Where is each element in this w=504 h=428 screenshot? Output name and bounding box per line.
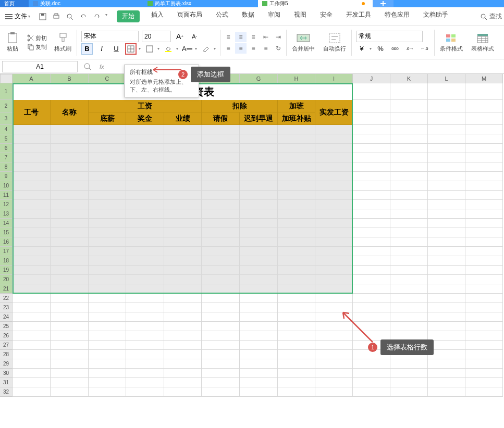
cell[interactable] (89, 284, 126, 294)
cell[interactable] (164, 312, 202, 322)
row-header-29[interactable]: 29 (0, 359, 13, 369)
cell[interactable] (278, 266, 315, 275)
row-header-10[interactable]: 10 (0, 181, 13, 191)
col-header-H[interactable]: H (278, 74, 315, 83)
header-cell[interactable]: 加班补贴 (278, 112, 315, 125)
cell[interactable] (428, 294, 465, 303)
cell[interactable] (51, 275, 89, 284)
cell[interactable] (51, 369, 89, 378)
cell[interactable] (315, 153, 353, 162)
cell[interactable] (428, 378, 465, 387)
cell[interactable] (465, 228, 503, 237)
cell[interactable] (126, 134, 164, 144)
cell[interactable] (164, 387, 202, 397)
cell[interactable] (13, 284, 51, 294)
cell[interactable] (315, 200, 353, 209)
cell[interactable] (164, 134, 202, 144)
cell[interactable] (278, 228, 315, 237)
cell[interactable] (202, 294, 240, 303)
cell[interactable] (465, 312, 503, 322)
copy-button[interactable]: 复制 (27, 43, 47, 51)
cell[interactable] (51, 200, 89, 209)
col-header-G[interactable]: G (240, 74, 278, 83)
cell[interactable] (390, 162, 428, 172)
cell[interactable] (89, 228, 126, 237)
cell[interactable] (51, 191, 89, 200)
cell[interactable] (278, 303, 315, 312)
cell[interactable] (126, 153, 164, 162)
align-center-button[interactable]: ≡ (235, 43, 247, 54)
cell[interactable] (390, 181, 428, 191)
cell[interactable] (89, 153, 126, 162)
cell[interactable] (89, 341, 126, 350)
cell[interactable] (428, 266, 465, 275)
cell[interactable] (428, 100, 465, 112)
cell[interactable] (51, 256, 89, 266)
cell[interactable] (13, 369, 51, 378)
cell[interactable] (89, 322, 126, 331)
cell[interactable] (126, 172, 164, 181)
cell[interactable] (13, 350, 51, 359)
cell[interactable] (240, 378, 278, 387)
cell[interactable] (465, 341, 503, 350)
select-all-corner[interactable] (0, 74, 13, 83)
cell[interactable] (126, 237, 164, 247)
cell[interactable] (428, 387, 465, 397)
cell[interactable] (89, 369, 126, 378)
cell[interactable] (353, 125, 390, 134)
cell[interactable] (278, 284, 315, 294)
cell[interactable] (51, 331, 89, 341)
cell[interactable] (202, 144, 240, 153)
col-header-C[interactable]: C (89, 74, 126, 83)
cell[interactable] (13, 275, 51, 284)
cell[interactable] (240, 303, 278, 312)
cell[interactable] (202, 200, 240, 209)
row-header-20[interactable]: 20 (0, 275, 13, 284)
cell[interactable] (278, 387, 315, 397)
cell[interactable] (315, 172, 353, 181)
row-header-11[interactable]: 11 (0, 191, 13, 200)
cell[interactable] (126, 359, 164, 369)
cell[interactable] (89, 312, 126, 322)
cell[interactable] (202, 162, 240, 172)
cell[interactable] (278, 294, 315, 303)
cell[interactable] (465, 209, 503, 219)
cell[interactable] (278, 341, 315, 350)
cell-style-button[interactable] (144, 43, 155, 55)
cell[interactable] (202, 228, 240, 237)
cell[interactable] (315, 134, 353, 144)
cell[interactable] (465, 237, 503, 247)
ribbon-tab-data[interactable]: 数据 (240, 10, 256, 22)
cell[interactable] (465, 294, 503, 303)
cell[interactable] (278, 209, 315, 219)
cell[interactable] (278, 162, 315, 172)
font-color-button[interactable]: A (181, 43, 193, 55)
cell[interactable] (390, 266, 428, 275)
cell[interactable] (89, 275, 126, 284)
cut-button[interactable]: 剪切 (27, 34, 47, 42)
cell[interactable] (465, 331, 503, 341)
cell[interactable] (89, 181, 126, 191)
name-box[interactable]: A1 (2, 61, 78, 72)
col-header-L[interactable]: L (428, 74, 465, 83)
cell[interactable] (126, 284, 164, 294)
cell[interactable] (51, 153, 89, 162)
ribbon-tab-start[interactable]: 开始 (117, 10, 140, 22)
cell[interactable] (126, 247, 164, 256)
cell[interactable] (315, 275, 353, 284)
cell[interactable] (428, 134, 465, 144)
ribbon-tab-helper[interactable]: 文档助手 (421, 10, 450, 22)
cell[interactable] (202, 247, 240, 256)
cell[interactable] (126, 144, 164, 153)
cell[interactable] (126, 219, 164, 228)
cell[interactable] (465, 247, 503, 256)
row-header-3[interactable]: 3 (0, 112, 13, 125)
row-header-22[interactable]: 22 (0, 294, 13, 303)
cell[interactable] (315, 247, 353, 256)
cell[interactable] (390, 100, 428, 112)
cell[interactable] (240, 331, 278, 341)
cell[interactable] (465, 219, 503, 228)
cell[interactable] (202, 172, 240, 181)
cell[interactable] (390, 144, 428, 153)
cell[interactable] (51, 237, 89, 247)
